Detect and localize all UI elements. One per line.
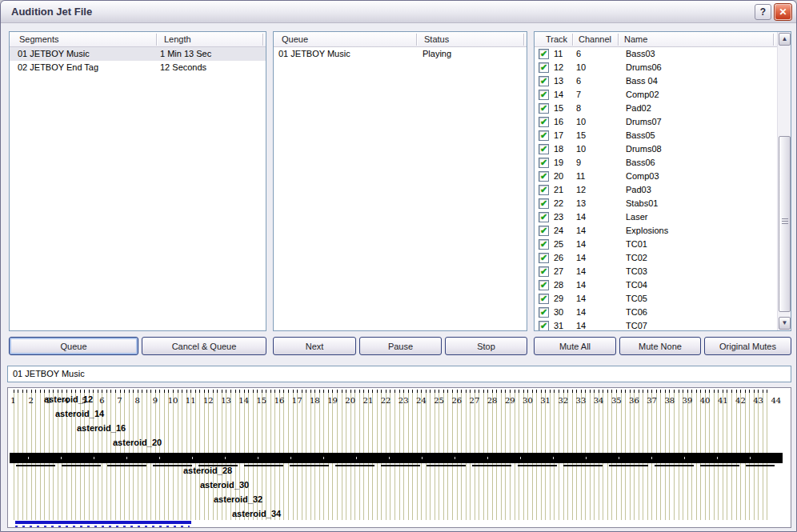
event-label: asteroid_20 xyxy=(113,438,162,447)
queue-header[interactable]: Queue Status xyxy=(274,32,527,47)
mute-none-button[interactable]: Mute None xyxy=(619,337,701,355)
track-row[interactable]: ✔2112Pad03 xyxy=(535,183,777,197)
queue-column-header[interactable]: Queue xyxy=(282,34,308,44)
column-separator[interactable] xyxy=(262,34,263,46)
track-checkbox[interactable]: ✔ xyxy=(539,253,549,263)
track-row[interactable]: ✔2814TC04 xyxy=(535,278,777,292)
queue-row[interactable]: 01 JETBOY MusicPlaying xyxy=(274,47,527,61)
queue-status-cell: Playing xyxy=(423,49,451,58)
measure-number: 41 xyxy=(714,396,731,405)
track-checkbox[interactable]: ✔ xyxy=(539,103,549,114)
track-name-cell: Drums06 xyxy=(626,62,662,72)
segment-length-cell: 12 Seconds xyxy=(160,62,206,72)
track-checkbox[interactable]: ✔ xyxy=(539,321,549,331)
track-row[interactable]: ✔116Bass03 xyxy=(535,47,777,61)
track-column-header[interactable]: Track xyxy=(546,34,567,44)
event-label: asteroid_28 xyxy=(183,466,232,475)
timeline-view[interactable]: 1234567891011121314151617181920212223242… xyxy=(7,387,791,528)
measure-number: 33 xyxy=(572,396,590,405)
measure-number: 20 xyxy=(342,396,359,405)
next-button[interactable]: Next xyxy=(273,337,356,355)
column-separator[interactable] xyxy=(416,34,417,46)
track-row[interactable]: ✔2514TC01 xyxy=(535,238,777,251)
column-separator[interactable] xyxy=(572,34,573,46)
track-number-cell: 13 xyxy=(554,76,563,86)
track-row[interactable]: ✔199Bass06 xyxy=(535,156,777,170)
column-separator[interactable] xyxy=(618,34,619,46)
track-checkbox[interactable]: ✔ xyxy=(539,117,549,127)
track-row[interactable]: ✔3014TC06 xyxy=(535,306,777,319)
track-row[interactable]: ✔1210Drums06 xyxy=(535,61,777,74)
scrollbar-thumb[interactable] xyxy=(779,136,791,312)
track-checkbox[interactable]: ✔ xyxy=(539,171,549,182)
title-bar[interactable]: Audition Jet File ? ✕ xyxy=(1,1,796,23)
segments-header[interactable]: Segments Length xyxy=(10,32,266,47)
note-band-specks xyxy=(10,457,783,459)
note-underline-dashes xyxy=(16,465,775,466)
track-checkbox[interactable]: ✔ xyxy=(539,226,549,236)
track-row[interactable]: ✔2614TC02 xyxy=(535,251,777,265)
pause-button[interactable]: Pause xyxy=(359,337,442,355)
track-number-cell: 18 xyxy=(554,144,563,154)
track-name-cell: TC03 xyxy=(626,266,647,276)
column-separator[interactable] xyxy=(523,34,524,46)
track-row[interactable]: ✔3114TC07 xyxy=(535,319,777,331)
original-mutes-button[interactable]: Original Mutes xyxy=(704,337,791,355)
track-row[interactable]: ✔2714TC03 xyxy=(535,265,777,278)
close-icon[interactable]: ✕ xyxy=(775,4,791,20)
column-separator[interactable] xyxy=(773,34,774,46)
mute-all-button[interactable]: Mute All xyxy=(534,337,616,355)
track-row[interactable]: ✔2414Explosions xyxy=(535,224,777,238)
track-checkbox[interactable]: ✔ xyxy=(539,239,549,250)
track-row[interactable]: ✔147Comp02 xyxy=(535,88,777,102)
track-checkbox[interactable]: ✔ xyxy=(539,307,549,318)
column-separator[interactable] xyxy=(156,34,157,46)
track-row[interactable]: ✔2213Stabs01 xyxy=(535,197,777,210)
track-checkbox[interactable]: ✔ xyxy=(539,198,549,209)
track-name-cell: Bass06 xyxy=(626,158,655,167)
name-column-header[interactable]: Name xyxy=(624,34,647,44)
track-row[interactable]: ✔2011Comp03 xyxy=(535,170,777,183)
track-checkbox[interactable]: ✔ xyxy=(539,144,549,154)
status-column-header[interactable]: Status xyxy=(424,34,449,44)
track-row[interactable]: ✔158Pad02 xyxy=(535,102,777,115)
track-row[interactable]: ✔1715Bass05 xyxy=(535,129,777,142)
track-number-cell: 22 xyxy=(554,198,563,208)
segment-row[interactable]: 01 JETBOY Music1 Min 13 Sec xyxy=(10,47,266,61)
tracks-header[interactable]: Track Channel Name xyxy=(535,32,777,47)
track-row[interactable]: ✔1810Drums08 xyxy=(535,142,777,156)
track-name-cell: Bass05 xyxy=(626,130,655,140)
channel-column-header[interactable]: Channel xyxy=(579,34,611,44)
measure-number: 19 xyxy=(324,396,342,405)
track-checkbox[interactable]: ✔ xyxy=(539,62,549,73)
track-checkbox[interactable]: ✔ xyxy=(539,76,549,86)
track-checkbox[interactable]: ✔ xyxy=(539,185,549,195)
track-row[interactable]: ✔1610Drums07 xyxy=(535,115,777,129)
scroll-down-icon[interactable]: ▼ xyxy=(779,317,791,330)
measure-number: 21 xyxy=(359,396,377,405)
measure-number: 11 xyxy=(182,396,199,405)
segments-column-header[interactable]: Segments xyxy=(19,34,59,44)
help-icon[interactable]: ? xyxy=(755,4,771,20)
track-name-cell: Comp02 xyxy=(626,90,659,99)
queue-button[interactable]: Queue xyxy=(9,337,138,355)
track-checkbox[interactable]: ✔ xyxy=(539,280,549,290)
segments-list: 01 JETBOY Music1 Min 13 Sec02 JETBOY End… xyxy=(10,47,266,330)
track-row[interactable]: ✔2314Laser xyxy=(535,210,777,224)
track-checkbox[interactable]: ✔ xyxy=(539,130,549,141)
track-checkbox[interactable]: ✔ xyxy=(539,212,549,222)
segment-row[interactable]: 02 JETBOY End Tag12 Seconds xyxy=(10,61,266,74)
track-checkbox[interactable]: ✔ xyxy=(539,158,549,168)
track-checkbox[interactable]: ✔ xyxy=(539,49,549,59)
scroll-up-icon[interactable]: ▲ xyxy=(779,33,791,46)
track-row[interactable]: ✔136Bass 04 xyxy=(535,74,777,88)
measure-number: 12 xyxy=(199,396,217,405)
tracks-scrollbar[interactable]: ▲ ▼ xyxy=(777,32,791,330)
track-checkbox[interactable]: ✔ xyxy=(539,266,549,277)
track-checkbox[interactable]: ✔ xyxy=(539,90,549,100)
track-row[interactable]: ✔2914TC05 xyxy=(535,292,777,306)
length-column-header[interactable]: Length xyxy=(164,34,191,44)
track-checkbox[interactable]: ✔ xyxy=(539,294,549,304)
stop-button[interactable]: Stop xyxy=(445,337,527,355)
cancel-and-queue-button[interactable]: Cancel & Queue xyxy=(142,337,266,355)
